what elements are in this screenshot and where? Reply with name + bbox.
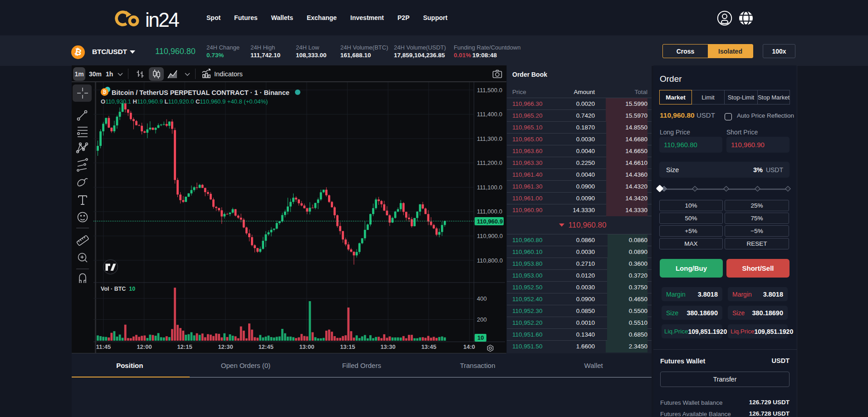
svg-text:200: 200 — [477, 316, 487, 323]
svg-text:111,000.0: 111,000.0 — [477, 208, 502, 215]
svg-text:110,800.0: 110,800.0 — [477, 257, 503, 264]
svg-text:in24: in24 — [145, 9, 179, 29]
svg-text:13:00: 13:00 — [299, 343, 314, 350]
svg-text:10: 10 — [477, 334, 484, 341]
svg-text:400: 400 — [477, 295, 487, 302]
svg-text:111,400.0: 111,400.0 — [477, 111, 502, 118]
svg-text:13:30: 13:30 — [380, 343, 395, 350]
svg-text:12:30: 12:30 — [218, 343, 233, 350]
svg-text:12:00: 12:00 — [137, 343, 152, 350]
svg-text:12:45: 12:45 — [258, 343, 273, 350]
svg-text:111,100.0: 111,100.0 — [477, 184, 502, 191]
svg-text:111,200.0: 111,200.0 — [477, 159, 502, 166]
svg-text:110,900.0: 110,900.0 — [477, 233, 503, 239]
svg-text:13:15: 13:15 — [340, 343, 355, 350]
svg-text:12:15: 12:15 — [177, 343, 192, 350]
svg-text:11:45: 11:45 — [96, 343, 111, 350]
svg-text:13:45: 13:45 — [421, 343, 436, 350]
svg-text:14:0: 14:0 — [463, 343, 475, 350]
svg-text:111,300.0: 111,300.0 — [477, 135, 502, 142]
svg-text:111,500.0: 111,500.0 — [477, 87, 502, 94]
svg-text:110,960.9: 110,960.9 — [477, 218, 503, 225]
